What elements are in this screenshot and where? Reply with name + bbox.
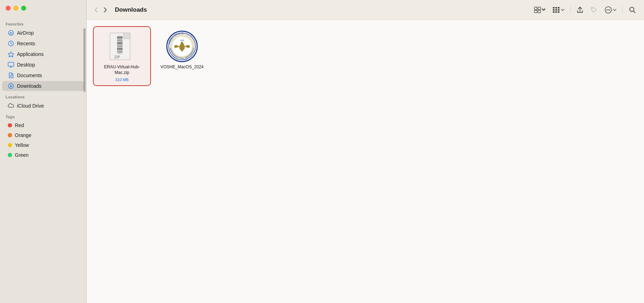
svg-rect-9 xyxy=(534,10,537,13)
maximize-button[interactable] xyxy=(21,6,26,11)
file-item-voshe[interactable]: EMBRY-RIDDLE AERONAUTICAL UNIVERSITY 192… xyxy=(154,27,210,85)
sidebar-tag-yellow-label: Yellow xyxy=(15,142,29,148)
close-button[interactable] xyxy=(6,6,11,11)
sidebar-item-documents[interactable]: Documents xyxy=(2,70,84,80)
tags-section-label: Tags xyxy=(0,111,86,120)
sidebar-item-tag-red[interactable]: Red xyxy=(2,121,84,130)
file-item-erau-zip[interactable]: ZIP ERAU-Virtual-Hub-Mac.zip 310 MB xyxy=(94,27,150,85)
svg-rect-11 xyxy=(553,7,555,8)
svg-rect-32 xyxy=(117,48,123,50)
svg-rect-13 xyxy=(558,7,560,8)
sidebar-item-tag-green[interactable]: Green xyxy=(2,150,84,160)
toolbar: Downloads xyxy=(87,0,644,20)
svg-rect-18 xyxy=(555,11,557,13)
sidebar-item-airdrop[interactable]: AirDrop xyxy=(2,28,84,38)
yellow-dot xyxy=(8,143,12,147)
documents-icon xyxy=(8,72,14,79)
toolbar-title: Downloads xyxy=(115,6,529,13)
voshe-app-icon: EMBRY-RIDDLE AERONAUTICAL UNIVERSITY 192… xyxy=(164,30,200,62)
applications-icon xyxy=(8,51,14,57)
sidebar-tag-orange-label: Orange xyxy=(15,132,31,138)
red-dot xyxy=(8,123,12,127)
sidebar-item-icloud-label: iCloud Drive xyxy=(17,103,44,109)
toolbar-actions xyxy=(532,4,638,16)
svg-rect-3 xyxy=(8,62,14,66)
main-area: Downloads xyxy=(87,0,644,303)
sidebar-item-desktop[interactable]: Desktop xyxy=(2,60,84,70)
svg-point-24 xyxy=(609,9,610,10)
sidebar-tag-green-label: Green xyxy=(15,152,29,158)
airdrop-icon xyxy=(8,30,14,36)
svg-rect-12 xyxy=(555,7,557,8)
svg-rect-33 xyxy=(117,51,123,53)
sidebar-item-applications-label: Applications xyxy=(17,51,44,57)
svg-text:1926: 1926 xyxy=(180,39,184,41)
back-button[interactable] xyxy=(92,6,100,14)
forward-button[interactable] xyxy=(101,6,109,14)
svg-rect-17 xyxy=(553,11,555,13)
file-area: ZIP ERAU-Virtual-Hub-Mac.zip 310 MB xyxy=(87,20,644,303)
sidebar-item-desktop-label: Desktop xyxy=(17,62,35,68)
group-button[interactable] xyxy=(550,5,567,15)
locations-section-label: Locations xyxy=(0,91,86,101)
toolbar-divider-2 xyxy=(622,6,623,14)
sidebar: Favorites AirDrop Recents Applicati xyxy=(0,0,87,303)
sidebar-item-recents[interactable]: Recents xyxy=(2,39,84,48)
svg-rect-29 xyxy=(117,39,123,41)
sidebar-item-tag-orange[interactable]: Orange xyxy=(2,131,84,140)
sidebar-item-icloud[interactable]: iCloud Drive xyxy=(2,101,84,111)
sidebar-item-tag-yellow[interactable]: Yellow xyxy=(2,141,84,150)
svg-rect-15 xyxy=(555,9,557,11)
svg-rect-19 xyxy=(558,11,560,13)
sidebar-item-recents-label: Recents xyxy=(17,41,35,46)
recents-icon xyxy=(8,40,14,47)
svg-rect-31 xyxy=(117,45,123,47)
search-button[interactable] xyxy=(626,5,638,15)
desktop-icon xyxy=(8,62,14,68)
sidebar-scrollbar[interactable] xyxy=(83,21,86,303)
file-size-erau-zip: 310 MB xyxy=(115,78,129,82)
svg-rect-10 xyxy=(538,10,541,13)
share-button[interactable] xyxy=(574,5,586,15)
tag-button[interactable] xyxy=(588,5,600,15)
favorites-section-label: Favorites xyxy=(0,18,86,28)
window-controls xyxy=(6,6,26,11)
view-grid-button[interactable] xyxy=(532,5,548,15)
svg-point-22 xyxy=(607,9,608,10)
svg-point-20 xyxy=(592,8,593,9)
zip-file-icon: ZIP xyxy=(104,30,140,62)
orange-dot xyxy=(8,133,12,137)
minimize-button[interactable] xyxy=(13,6,18,11)
sidebar-item-downloads-label: Downloads xyxy=(17,83,41,89)
svg-rect-28 xyxy=(117,36,123,39)
file-name-erau-zip: ERAU-Virtual-Hub-Mac.zip xyxy=(97,64,147,75)
svg-point-23 xyxy=(608,9,609,10)
svg-text:ZIP: ZIP xyxy=(114,55,120,59)
svg-rect-16 xyxy=(558,9,560,11)
more-button[interactable] xyxy=(602,4,619,16)
sidebar-item-downloads[interactable]: Downloads xyxy=(2,81,84,91)
sidebar-item-airdrop-label: AirDrop xyxy=(17,30,34,36)
sidebar-item-applications[interactable]: Applications xyxy=(2,49,84,59)
toolbar-nav xyxy=(92,6,109,14)
file-name-voshe: VOSHE_MacOS_2024 xyxy=(160,64,204,70)
svg-rect-14 xyxy=(553,9,555,11)
svg-rect-7 xyxy=(534,7,537,10)
svg-rect-8 xyxy=(538,7,541,10)
downloads-icon xyxy=(8,83,14,89)
svg-point-40 xyxy=(181,42,183,45)
icloud-icon xyxy=(8,103,14,109)
green-dot xyxy=(8,153,12,157)
sidebar-item-documents-label: Documents xyxy=(17,73,42,78)
svg-point-1 xyxy=(11,34,12,35)
toolbar-divider-1 xyxy=(570,6,571,14)
svg-point-0 xyxy=(8,30,13,35)
svg-rect-30 xyxy=(117,42,123,44)
sidebar-tag-red-label: Red xyxy=(15,122,24,128)
sidebar-scrollbar-thumb[interactable] xyxy=(83,28,86,92)
